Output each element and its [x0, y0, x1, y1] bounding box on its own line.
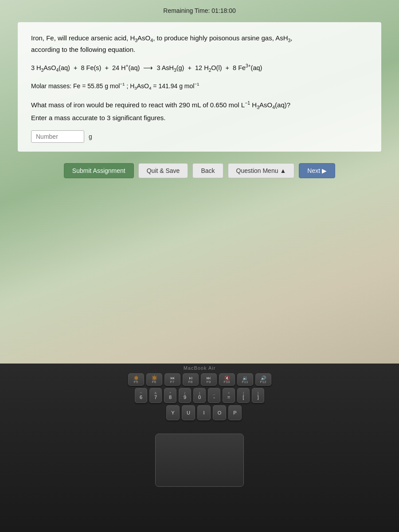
timer-value: 01:18:00 — [211, 7, 236, 14]
key-f6[interactable]: 🔆 F6 — [146, 373, 162, 386]
key-i[interactable]: I — [197, 405, 211, 420]
back-button[interactable]: Back — [192, 163, 223, 178]
key-0[interactable]: ) 0 — [193, 388, 206, 403]
key-o[interactable]: O — [213, 405, 226, 420]
key-u[interactable]: U — [182, 405, 195, 420]
key-p[interactable]: P — [228, 405, 242, 420]
number-input[interactable] — [31, 130, 84, 143]
fn-key-row: 🔅 F5 🔆 F6 ⏮ F7 ⏯ F8 ⏭ F9 🔇 F10 🔉 F11 🔊 — [0, 373, 399, 386]
timer-label: Remaining Time: — [163, 7, 210, 14]
keyboard-section: MacBook Air 🔅 F5 🔆 F6 ⏮ F7 ⏯ F8 ⏭ F9 🔇 F… — [0, 364, 399, 532]
question-area: Iron, Fe, will reduce arsenic acid, H3As… — [18, 22, 381, 152]
question-intro: Iron, Fe, will reduce arsenic acid, H3As… — [31, 33, 368, 55]
sub-question-line1: What mass of iron would be required to r… — [31, 99, 368, 111]
next-icon: ▶ — [322, 167, 327, 174]
key-8[interactable]: * 8 — [164, 388, 176, 403]
input-row: g — [31, 130, 368, 143]
key-f5[interactable]: 🔅 F5 — [128, 373, 144, 386]
next-button[interactable]: Next ▶ — [299, 163, 335, 178]
key-minus[interactable]: _ - — [208, 388, 220, 403]
screen: Remaining Time: 01:18:00 Iron, Fe, will … — [0, 0, 399, 364]
action-bar: Submit Assignment Quit & Save Back Quest… — [18, 159, 381, 181]
key-y[interactable]: Y — [166, 405, 180, 420]
key-equals[interactable]: + = — [223, 388, 235, 403]
key-f9[interactable]: ⏭ F9 — [201, 373, 217, 386]
key-f7[interactable]: ⏮ F7 — [164, 373, 180, 386]
touchpad[interactable] — [155, 434, 244, 487]
submit-button[interactable]: Submit Assignment — [64, 163, 134, 178]
key-9[interactable]: ( 9 — [179, 388, 191, 403]
key-bracket-close[interactable]: } ] — [252, 388, 264, 403]
macbook-label: MacBook Air — [0, 364, 399, 373]
chevron-up-icon: ▲ — [280, 167, 286, 174]
equation: 3 H3AsO4(aq) + 8 Fe(s) + 24 H+(aq) ⟶ 3 A… — [31, 62, 368, 74]
key-bracket-open[interactable]: { [ — [237, 388, 250, 403]
sub-question-line2: Enter a mass accurate to 3 significant f… — [31, 114, 368, 121]
key-6[interactable]: ^ 6 — [135, 388, 147, 403]
key-7[interactable]: & 7 — [149, 388, 162, 403]
key-f10[interactable]: 🔇 F10 — [219, 373, 235, 386]
quit-save-button[interactable]: Quit & Save — [138, 163, 188, 178]
unit-label: g — [89, 133, 92, 140]
molar-masses: Molar masses: Fe = 55.85 g mol−1 ; H3AsO… — [31, 81, 368, 92]
key-f11[interactable]: 🔉 F11 — [237, 373, 253, 386]
question-menu-button[interactable]: Question Menu ▲ — [228, 163, 295, 178]
timer-bar: Remaining Time: 01:18:00 — [18, 7, 381, 14]
letter-row-yuiop: Y U I O P — [0, 405, 399, 420]
number-row: ^ 6 & 7 * 8 ( 9 ) 0 _ - + = { [ — [0, 388, 399, 403]
key-f12[interactable]: 🔊 F12 — [255, 373, 271, 386]
key-f8[interactable]: ⏯ F8 — [183, 373, 199, 386]
